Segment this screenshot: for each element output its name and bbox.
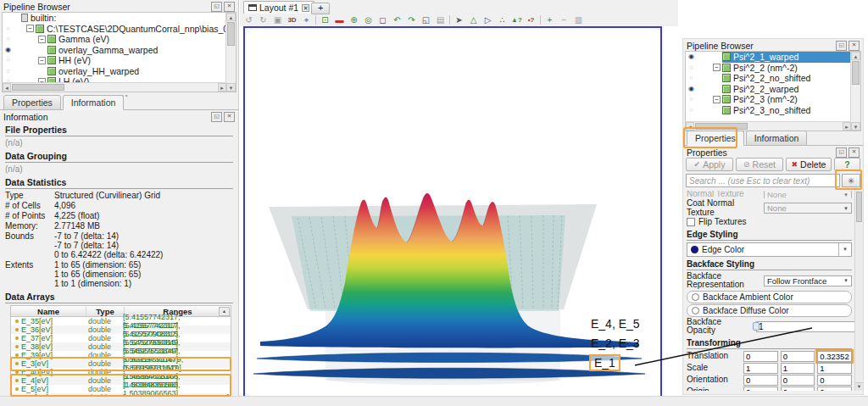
pipeline-item-gamma[interactable]: ○ − Gamma (eV)	[3, 34, 236, 45]
grow-selection-icon[interactable]: +	[542, 14, 557, 26]
scale-y-input[interactable]	[781, 363, 815, 374]
float-panel-icon[interactable]: ◱	[836, 41, 847, 51]
tab-properties[interactable]: Properties	[687, 131, 744, 146]
tab-information[interactable]: Information	[63, 95, 125, 110]
visibility-eye-icon[interactable]: ○	[3, 55, 14, 65]
camera-redo-icon[interactable]: ↻	[256, 14, 270, 26]
visibility-eye-icon[interactable]: ○	[686, 63, 697, 73]
interactive-select-points-icon[interactable]: •?	[524, 14, 538, 26]
origin-z-input[interactable]	[817, 387, 852, 392]
scale-z-input[interactable]	[817, 363, 852, 374]
pipeline-item-psi23[interactable]: ○ − Psi^2_3 (nm^-2)	[686, 94, 860, 105]
select-points-through-icon[interactable]: ∴	[495, 14, 509, 26]
delete-button[interactable]: ✖Delete	[786, 158, 832, 171]
zoom-to-box-icon[interactable]: ◻	[376, 14, 390, 26]
toggle-2d3d-icon[interactable]: 3D	[285, 14, 299, 26]
interactive-select-cells-icon[interactable]: ▲?	[509, 14, 524, 26]
capture-screenshot-icon[interactable]: ▣	[270, 14, 285, 26]
pipeline-item-overlay-gamma-warped[interactable]: ◉ overlay_Gamma_warped	[3, 45, 236, 56]
backface-opacity-input[interactable]	[756, 321, 855, 332]
visibility-eye-icon[interactable]: ◉	[3, 45, 14, 55]
show-center-axes-icon[interactable]: ⊡	[318, 14, 332, 26]
backface-ambient-color-button[interactable]: Backface Ambient Color	[687, 291, 852, 303]
tree-horizontal-scrollbar[interactable]: ◄►	[686, 121, 851, 131]
edge-color-combo[interactable]: Edge Color ▼	[687, 242, 852, 257]
new-layout-tab-button[interactable]: +	[311, 3, 330, 14]
close-layout-icon[interactable]: ✕	[302, 4, 309, 12]
backface-representation-combo[interactable]: Follow Frontface▼	[764, 275, 852, 286]
visibility-eye-icon[interactable]: ○	[686, 73, 697, 83]
visibility-eye-icon[interactable]: ◉	[686, 84, 697, 94]
normal-texture-combo[interactable]: None▼	[764, 191, 852, 198]
pipeline-item-psi22[interactable]: ○ − Psi^2_2 (nm^-2)	[686, 63, 860, 74]
reset-center-icon[interactable]: ◎	[361, 14, 376, 26]
visibility-eye-icon[interactable]: ○	[686, 94, 697, 104]
collapse-expander-icon[interactable]: −	[713, 64, 721, 71]
table-scroll-up-icon[interactable]: ▲	[219, 307, 230, 316]
translation-x-input[interactable]	[743, 351, 778, 362]
float-panel-icon[interactable]: ◱	[211, 2, 222, 12]
pick-center-icon[interactable]: ⊕	[347, 14, 361, 26]
translation-y-input[interactable]	[781, 351, 815, 362]
coat-normal-texture-combo[interactable]: None▼	[764, 203, 852, 214]
close-panel-icon[interactable]: ✕	[849, 147, 860, 158]
pipeline-item-psi22-no-shifted[interactable]: ○ Psi^2_2_no_shifted	[686, 73, 860, 84]
float-panel-icon[interactable]: ◱	[211, 112, 222, 122]
help-button[interactable]: ?	[834, 158, 860, 171]
layout-tab[interactable]: Layout #1 ✕	[243, 1, 314, 14]
pipeline-item-psi22-warped[interactable]: ◉ Psi^2_2_warped	[686, 84, 860, 95]
close-panel-icon[interactable]: ✕	[224, 112, 235, 122]
pipeline-item-psi21-warped[interactable]: ◉ Psi^2_1_warped	[686, 52, 860, 63]
tab-information[interactable]: Information	[746, 131, 808, 146]
reset-camera-closest-icon[interactable]: ◱	[419, 14, 433, 26]
pipeline-item-bandedges[interactable]: ○ − C:\TESTCASE\2DQuantumCorral_nnp\bias…	[3, 24, 236, 35]
search-input[interactable]	[686, 174, 840, 187]
properties-vertical-scrollbar[interactable]: ▼	[854, 190, 863, 391]
apply-button[interactable]: ✔Apply	[686, 158, 733, 171]
shrink-selection-icon[interactable]: −	[557, 14, 571, 26]
visibility-eye-icon[interactable]: ◉	[686, 52, 697, 62]
collapse-expander-icon[interactable]: −	[38, 36, 46, 43]
pipeline-item-overlay-hh-warped[interactable]: ○ overlay_HH_warped	[3, 66, 236, 77]
reset-button[interactable]: ⊘Reset	[736, 158, 783, 171]
rotate-cw-icon[interactable]: ↷	[404, 14, 419, 26]
tree-vertical-scrollbar[interactable]: ▲▼	[850, 52, 860, 131]
scale-x-input[interactable]	[743, 363, 778, 374]
orientation-y-input[interactable]	[781, 375, 815, 386]
pipeline-item-psi23-no-shifted[interactable]: ○ Psi^2_3_no_shifted	[686, 105, 860, 116]
tab-properties[interactable]: Properties	[3, 95, 61, 110]
pipeline-item-builtin[interactable]: builtin:	[3, 13, 236, 24]
collapse-expander-icon[interactable]: −	[26, 25, 34, 32]
close-panel-icon[interactable]: ✕	[224, 2, 235, 12]
pipeline-item-hh[interactable]: ○ − HH (eV)	[3, 55, 236, 66]
visibility-eye-icon[interactable]: ○	[686, 105, 697, 115]
zoom-to-data-icon[interactable]: ⌖	[299, 14, 314, 26]
select-points-on-icon[interactable]: △	[466, 14, 481, 26]
orientation-z-input[interactable]	[817, 375, 852, 386]
camera-undo-icon[interactable]: ↺	[242, 14, 256, 26]
gear-icon[interactable]: ✳	[842, 174, 860, 187]
origin-y-input[interactable]	[781, 387, 815, 392]
adjust-camera-icon[interactable]: ▤	[433, 14, 448, 26]
select-cells-on-icon[interactable]: ➤	[452, 14, 466, 26]
tree-vertical-scrollbar[interactable]: ▲▼	[225, 13, 236, 92]
selected-item[interactable]: Psi^2_1_warped	[722, 52, 860, 63]
chevron-down-icon[interactable]: ▼	[838, 243, 848, 256]
hide-center-axes-icon[interactable]: ▬	[332, 14, 347, 26]
collapse-expander-icon[interactable]: −	[38, 57, 46, 64]
visibility-eye-icon[interactable]: ○	[3, 24, 14, 34]
collapse-expander-icon[interactable]: −	[713, 96, 721, 103]
render-viewport[interactable]: E_4, E_5 E_2, E_3 E_1	[243, 26, 662, 398]
flip-textures-checkbox[interactable]	[687, 218, 695, 226]
visibility-eye-icon[interactable]: ○	[3, 66, 14, 76]
rotate-ccw-icon[interactable]: ↶	[390, 14, 404, 26]
visibility-eye-icon[interactable]: ○	[3, 34, 14, 44]
select-cells-through-icon[interactable]: ▷	[481, 14, 495, 26]
translation-z-input[interactable]	[817, 351, 852, 362]
close-panel-icon[interactable]: ✕	[849, 41, 860, 51]
orientation-x-input[interactable]	[743, 375, 778, 386]
tree-horizontal-scrollbar[interactable]: ◄►	[3, 82, 226, 92]
float-panel-icon[interactable]: ◱	[836, 147, 847, 158]
origin-x-input[interactable]	[743, 387, 778, 392]
backface-diffuse-color-button[interactable]: Backface Diffuse Color	[687, 304, 852, 317]
